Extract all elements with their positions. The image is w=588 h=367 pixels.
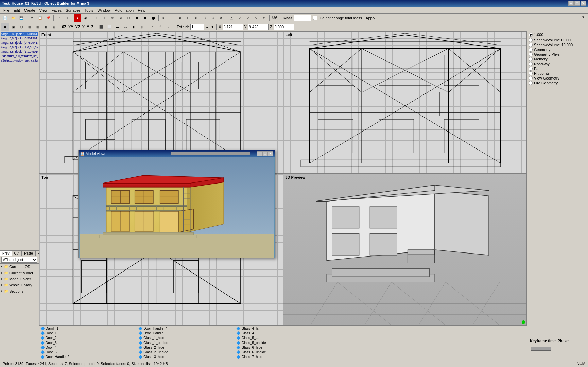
prop-roadway[interactable]: Roadway [529, 62, 587, 66]
radio-7[interactable] [529, 71, 533, 75]
list-item-1-1[interactable]: 🔷 Door_Handle_5 [137, 331, 234, 336]
list-item-1-4[interactable]: 🔷 Glass_2_hide [137, 345, 234, 350]
z-coord-input[interactable] [274, 24, 294, 30]
list-item-2-4[interactable]: 🔷 Glass_6_hide [235, 345, 332, 350]
tb-extra3[interactable]: ⬣ [141, 14, 149, 22]
tb-extra2[interactable]: ⬢ [133, 14, 141, 22]
tb2-btn6[interactable]: ▯ [138, 23, 145, 31]
tb2-btn2[interactable]: ⬜ [105, 23, 113, 31]
tb-extra14[interactable]: ▽ [236, 14, 243, 22]
tb-extra1[interactable]: ⬡ [125, 14, 133, 22]
color-entry-6[interactable]: a3\stru...\window_set_ca.tga [1, 58, 38, 63]
menu-view[interactable]: View [37, 7, 50, 13]
tb2-btn3[interactable]: ▬ [114, 23, 121, 31]
nav-tab-prev[interactable]: Prev [0, 251, 12, 256]
tb-extra11[interactable]: ⊗ [209, 14, 217, 22]
prop-fire-geometry[interactable]: Fire Geometry [529, 81, 587, 85]
copy-button[interactable]: 📋 [36, 14, 44, 22]
list-item-0-2[interactable]: 🔷 Door_2 [39, 336, 136, 340]
menu-faces[interactable]: Faces [49, 7, 64, 13]
prop-view-geometry[interactable]: View Geometry [529, 76, 587, 80]
close-button[interactable]: ✕ [581, 1, 586, 6]
prop-geometry[interactable]: Geometry [529, 48, 587, 52]
view-mode2[interactable]: ▣ [10, 23, 17, 31]
prop-geometry-phys[interactable]: Geometry Phys [529, 52, 587, 56]
color-entry-0[interactable]: #argb,8,8,3|color(0.501961,0... [1, 32, 38, 36]
tb2-btn9[interactable]: ⌄ [165, 23, 172, 31]
tb-extra8[interactable]: ⊡ [185, 14, 192, 22]
radio-2[interactable] [529, 48, 533, 52]
tb-extra5[interactable]: ⊞ [160, 14, 168, 22]
list-item-1-5[interactable]: 🔷 Glass_2_unhide [137, 350, 234, 355]
nav-tab-cut[interactable]: Cut [12, 251, 22, 256]
tb2-btn7[interactable]: ⌂ [149, 23, 156, 31]
radio-5[interactable] [529, 62, 533, 66]
mass-checkbox[interactable] [313, 16, 317, 20]
color-entry-4[interactable]: #argb,8,8,3|color(1,1,0.50196... [1, 50, 38, 54]
move-btn[interactable]: ✛ [101, 14, 108, 22]
mass-input[interactable] [294, 15, 311, 21]
radio-top[interactable] [529, 33, 533, 37]
minimize-button[interactable]: ─ [568, 1, 574, 6]
list-item-2-5[interactable]: 🔷 Glass_6_unhide [235, 350, 332, 355]
color-entry-2[interactable]: #argb,8,8,3|color(0.752941,0... [1, 41, 38, 45]
tb-extra16[interactable]: ▷ [252, 14, 260, 22]
tree-item-1[interactable]: + 📁 Current Model [0, 270, 39, 276]
tb-extra12[interactable]: ⊘ [217, 14, 225, 22]
menu-automation[interactable]: Automation [113, 7, 136, 13]
tb2-btn8[interactable]: ⌃ [157, 23, 164, 31]
view-mode4[interactable]: ▤ [26, 23, 33, 31]
redo-button[interactable]: ↪ [63, 14, 71, 22]
list-item-2-3[interactable]: 🔷 Glass_5_unhide [235, 340, 332, 345]
tb2-btn4[interactable]: ▭ [122, 23, 129, 31]
uv-button[interactable]: UV [271, 14, 278, 22]
menu-surfaces[interactable]: Surfaces [64, 7, 82, 13]
help-icon-button[interactable]: ? [579, 14, 587, 22]
new-button[interactable]: 📄 [1, 14, 9, 22]
left-viewport[interactable]: Left [283, 31, 527, 174]
select-btn[interactable]: ⊹ [92, 14, 100, 22]
nav-tab-paste[interactable]: Paste [22, 251, 35, 256]
list-item-1-2[interactable]: 🔷 Glass_1_hide [137, 336, 234, 340]
prop-memory[interactable]: Memory [529, 57, 587, 61]
tree-item-2[interactable]: + 📁 Model Folder [0, 276, 39, 282]
lod-select[interactable]: #This object Current LOD Current Model [1, 257, 37, 263]
tb-extra10[interactable]: ⊖ [201, 14, 208, 22]
y-coord-input[interactable] [248, 24, 269, 30]
menu-edit[interactable]: Edit [12, 7, 22, 13]
open-button[interactable]: 📂 [10, 14, 17, 22]
mv-maximize[interactable]: □ [262, 151, 268, 156]
tb2-btn1[interactable]: ⬛ [97, 23, 105, 31]
tb-extra17[interactable]: ⬆ [260, 14, 268, 22]
radio-8[interactable] [529, 76, 533, 80]
tb-extra6[interactable]: ⊟ [168, 14, 176, 22]
list-item-1-0[interactable]: 🔷 Door_Handle_4 [137, 326, 234, 331]
tb-extra7[interactable]: ⊠ [176, 14, 184, 22]
scale-btn[interactable]: ⇲ [117, 14, 124, 22]
extrude-down[interactable]: ▼ [210, 23, 215, 31]
menu-create[interactable]: Create [22, 7, 37, 13]
list-item-0-1[interactable]: 🔷 Door_1 [39, 331, 136, 336]
apply-button[interactable]: Apply [363, 15, 378, 21]
prop-paths[interactable]: Paths [529, 67, 587, 71]
extrude-input[interactable] [190, 24, 204, 30]
window-controls[interactable]: ─ □ ✕ [568, 1, 586, 6]
3d-preview-viewport[interactable]: 3D Preview [283, 174, 527, 326]
keyframe-scroll-thumb[interactable] [531, 347, 551, 351]
menu-window[interactable]: Window [95, 7, 113, 13]
color-entry-3[interactable]: #argb,8,8,3|color(1,0,0,1,0,co... [1, 45, 38, 50]
radio-3[interactable] [529, 52, 533, 56]
tree-item-3[interactable]: + 📁 Whole Library [0, 282, 39, 288]
view-mode6[interactable]: ▦ [42, 23, 50, 31]
view-mode1[interactable]: ■ [1, 23, 9, 31]
tree-item-0[interactable]: + 📁 Current LOD [0, 264, 39, 270]
tb-extra13[interactable]: △ [228, 14, 235, 22]
radio-9[interactable] [529, 81, 533, 85]
prop-shadow-vol-1[interactable]: ShadowVolume 10.000 [529, 43, 587, 47]
list-item-2-6[interactable]: 🔷 Glass_7_hide [235, 355, 332, 360]
tb-extra15[interactable]: ◁ [244, 14, 252, 22]
list-item-0-6[interactable]: 🔷 Door_Handle_2 [39, 355, 136, 360]
rotate-btn[interactable]: ↻ [109, 14, 116, 22]
keyframe-scrollbar[interactable] [530, 346, 585, 351]
tb-btn-b[interactable]: ◉ [82, 14, 89, 22]
